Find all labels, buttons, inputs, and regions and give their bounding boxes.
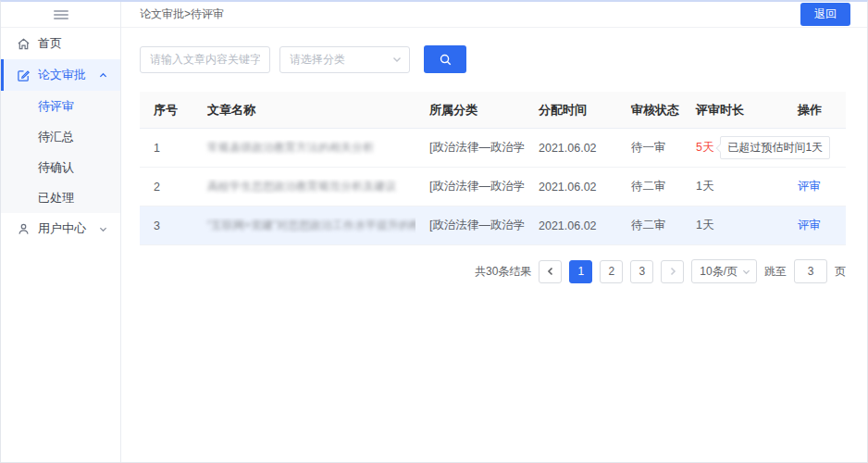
header-review-duration: 评审时长 [682, 102, 784, 119]
cell-assigned-time: 2021.06.02 [525, 219, 617, 232]
chevron-down-icon [742, 268, 750, 276]
subitem-label: 已处理 [38, 190, 74, 206]
sidebar-subitem-pending-review[interactable]: 待评审 [1, 91, 120, 121]
sidebar-item-paper-approval-label: 论文审批 [38, 67, 86, 83]
overdue-tag: 已超过预估时间1天 [720, 136, 830, 159]
jump-to-suffix: 页 [835, 264, 846, 280]
sidebar-subitem-pending-summary[interactable]: 待汇总 [1, 121, 120, 152]
subitem-label: 待汇总 [38, 129, 74, 145]
sidebar-header [1, 2, 120, 28]
header-actions: 操作 [784, 102, 848, 119]
pagination-total: 共30条结果 [475, 264, 531, 280]
review-action-link[interactable]: 评审 [798, 180, 821, 193]
cell-review-status: 待二审 [617, 179, 682, 194]
jump-to-page-input[interactable] [794, 259, 827, 283]
header-category: 所属分类 [415, 102, 525, 119]
cell-review-status: 待一审 [617, 140, 682, 156]
review-table: 序号 文章名称 所属分类 分配时间 审核状态 评审时长 操作 1 常规县级政治教… [140, 92, 846, 245]
table-row: 1 常规县级政治教育方法的相关分析 [政治法律—政治学] 2021.06.02 … [140, 129, 846, 168]
cell-duration: 1天 [682, 179, 784, 194]
cell-review-status: 待二审 [617, 218, 682, 233]
cell-assigned-time: 2021.06.02 [525, 142, 617, 155]
pagination-page-1[interactable]: 1 [569, 260, 592, 283]
category-select-placeholder: 请选择分类 [290, 52, 345, 68]
sidebar-item-paper-approval[interactable]: 论文审批 [1, 59, 120, 91]
topbar: 论文审批>待评审 退回 [121, 2, 867, 28]
sidebar: 首页 论文审批 待评审 待汇总 待确认 已处理 [1, 2, 121, 462]
filter-bar: 请选择分类 [140, 45, 867, 73]
magnifier-icon [439, 53, 453, 67]
sidebar-item-user-center[interactable]: 用户中心 [1, 213, 120, 244]
sidebar-subitem-processed[interactable]: 已处理 [1, 182, 120, 213]
main-content: 论文审批>待评审 退回 请选择分类 序号 文章名称 所属分 [121, 2, 867, 462]
header-article-name: 文章名称 [193, 102, 415, 119]
pagination-page-2[interactable]: 2 [600, 260, 623, 283]
sidebar-item-home[interactable]: 首页 [1, 28, 120, 59]
page-size-value: 10条/页 [700, 264, 738, 280]
header-index: 序号 [140, 102, 193, 119]
sidebar-item-home-label: 首页 [38, 35, 62, 52]
chevron-left-icon [546, 267, 555, 276]
back-button[interactable]: 退回 [800, 3, 850, 26]
hamburger-menu-icon[interactable] [54, 8, 68, 21]
pagination-next-button[interactable] [661, 260, 684, 283]
cell-index: 1 [140, 142, 193, 155]
subitem-label: 待确认 [38, 159, 74, 176]
pagination: 共30条结果 1 2 3 10条/页 跳至 页 [121, 259, 846, 283]
cell-index: 3 [140, 219, 193, 232]
table-header-row: 序号 文章名称 所属分类 分配时间 审核状态 评审时长 操作 [140, 92, 846, 129]
table-row-highlighted: 3 “互联网+党建”对思想政治工作水平提升的检测 [政治法律—政治学] 2021… [140, 206, 846, 245]
cell-article-title-redacted: 高校学生思想政治教育规范分析及建议 [207, 180, 396, 193]
table-row: 2 高校学生思想政治教育规范分析及建议 [政治法律—政治学] 2021.06.0… [140, 168, 846, 206]
jump-to-label: 跳至 [764, 264, 787, 280]
paper-approval-submenu: 待评审 待汇总 待确认 已处理 [1, 91, 120, 213]
pagination-page-3[interactable]: 3 [630, 260, 653, 283]
document-edit-icon [17, 69, 31, 82]
cell-category: [政治法律—政治学] [415, 179, 525, 194]
cell-duration: 1天 [682, 218, 784, 233]
cell-article-title-redacted: “互联网+党建”对思想政治工作水平提升的检测 [207, 219, 415, 232]
cell-duration-alert: 5天 [696, 140, 713, 156]
pagination-prev-button[interactable] [539, 260, 562, 283]
sidebar-item-user-center-label: 用户中心 [38, 220, 86, 237]
cell-category: [政治法律—政治学] [415, 218, 525, 233]
chevron-up-icon [99, 71, 107, 80]
subitem-label: 待评审 [38, 98, 74, 115]
cell-index: 2 [140, 181, 193, 194]
sidebar-subitem-pending-confirm[interactable]: 待确认 [1, 152, 120, 182]
chevron-right-icon [668, 267, 677, 276]
home-icon [17, 37, 31, 51]
chevron-down-icon [392, 55, 402, 64]
chevron-down-icon [99, 225, 107, 233]
page-size-select[interactable]: 10条/页 [691, 259, 757, 283]
header-review-status: 审核状态 [617, 102, 682, 119]
search-button[interactable] [424, 45, 466, 73]
breadcrumb: 论文审批>待评审 [140, 6, 224, 22]
category-select[interactable]: 请选择分类 [279, 46, 410, 73]
app-window: 首页 论文审批 待评审 待汇总 待确认 已处理 [1, 2, 867, 462]
cell-article-title-redacted: 常规县级政治教育方法的相关分析 [207, 141, 374, 154]
header-assigned-time: 分配时间 [525, 102, 617, 119]
keyword-search-input[interactable] [140, 46, 270, 73]
cell-assigned-time: 2021.06.02 [525, 181, 617, 194]
review-action-link[interactable]: 评审 [798, 219, 821, 232]
cell-category: [政治法律—政治学] [415, 140, 525, 156]
person-icon [17, 222, 31, 236]
